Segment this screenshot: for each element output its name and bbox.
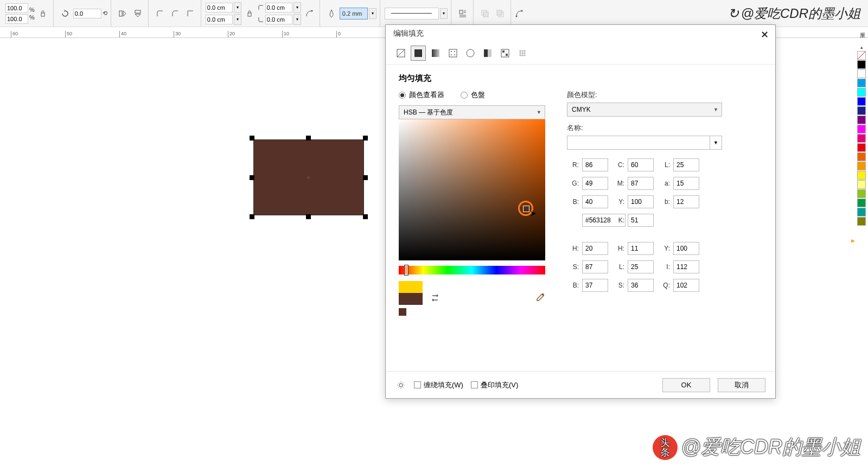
scale-y-input[interactable] xyxy=(5,14,28,24)
recent-color-swatch[interactable] xyxy=(399,308,406,316)
corner-y-input[interactable] xyxy=(206,15,233,24)
y-yiq-input[interactable] xyxy=(673,242,699,255)
tab-two-color[interactable] xyxy=(497,46,513,61)
pen-icon[interactable] xyxy=(324,7,339,21)
color-sv-picker[interactable]: ➤ xyxy=(399,119,545,260)
q-yiq-input[interactable] xyxy=(673,279,699,292)
stepper-icon[interactable]: ▾ xyxy=(234,2,241,13)
k-input[interactable] xyxy=(628,214,654,227)
g-input[interactable] xyxy=(582,177,608,190)
corner-round-icon[interactable] xyxy=(153,7,167,21)
overprint-fill-checkbox[interactable]: 叠印填充(V) xyxy=(471,380,518,390)
tab-uniform-fill[interactable] xyxy=(411,46,426,61)
palette-swatch[interactable] xyxy=(857,143,866,152)
resize-handle-e[interactable] xyxy=(363,175,368,180)
tab-texture[interactable] xyxy=(515,46,530,61)
resize-handle-sw[interactable] xyxy=(250,214,254,219)
palette-swatch[interactable] xyxy=(857,79,866,87)
selected-rectangle[interactable]: × xyxy=(250,136,368,219)
rotate-icon[interactable] xyxy=(58,7,72,21)
stepper-icon[interactable]: ▾ xyxy=(293,14,301,25)
old-color-swatch[interactable] xyxy=(399,281,423,293)
palette-swatch[interactable] xyxy=(857,125,866,133)
cancel-button[interactable]: 取消 xyxy=(718,378,765,392)
resize-handle-nw[interactable] xyxy=(250,136,254,141)
stepper-icon[interactable]: ▾ xyxy=(234,14,241,25)
palette-scroll-up-icon[interactable]: ▴ xyxy=(857,43,866,51)
palette-swatch[interactable] xyxy=(857,171,866,180)
line-style-dropdown[interactable]: ▾ xyxy=(440,8,448,19)
palette-swatch[interactable] xyxy=(857,152,866,161)
eyedropper-icon[interactable] xyxy=(534,292,545,305)
radio-color-viewer[interactable]: 颜色查看器 xyxy=(399,90,444,100)
palette-swatch[interactable] xyxy=(857,217,866,226)
mirror-h-icon[interactable] xyxy=(116,7,130,21)
b-lab-input[interactable] xyxy=(673,195,699,208)
mirror-v-icon[interactable] xyxy=(131,7,145,21)
to-front-icon[interactable] xyxy=(478,7,492,21)
tab-bitmap-pattern[interactable] xyxy=(480,46,495,61)
c-input[interactable] xyxy=(628,158,654,171)
palette-swatch[interactable] xyxy=(857,88,866,97)
color-model-select[interactable]: CMYK▼ xyxy=(567,103,722,117)
palette-swatch[interactable] xyxy=(857,199,866,207)
color-name-input[interactable]: ▼ xyxy=(567,136,722,150)
wrap-fill-checkbox[interactable]: 缠绕填充(W) xyxy=(414,380,463,390)
corner-chamfer-icon[interactable] xyxy=(183,7,197,21)
to-back-icon[interactable] xyxy=(493,7,507,21)
b-hsb-input[interactable] xyxy=(582,279,608,292)
hue-slider[interactable] xyxy=(399,266,545,275)
convert-curves-icon[interactable] xyxy=(512,7,526,21)
hue-thumb[interactable] xyxy=(404,265,409,276)
ok-button[interactable]: OK xyxy=(662,378,710,392)
tab-fountain-fill[interactable] xyxy=(428,46,443,61)
a-lab-input[interactable] xyxy=(673,177,699,190)
outline-width-dropdown[interactable]: ▾ xyxy=(369,8,376,19)
l-hls-input[interactable] xyxy=(628,260,654,273)
palette-swatch[interactable] xyxy=(857,208,866,216)
line-style-select[interactable] xyxy=(385,8,439,20)
tab-no-fill[interactable] xyxy=(393,46,409,61)
corner-scallop-icon[interactable] xyxy=(168,7,182,21)
resize-handle-s[interactable] xyxy=(306,214,311,219)
palette-swatch[interactable] xyxy=(857,162,866,170)
rotation-input[interactable] xyxy=(73,9,101,18)
palette-swatch[interactable] xyxy=(857,106,866,115)
palette-swatch[interactable] xyxy=(857,116,866,124)
i-yiq-input[interactable] xyxy=(673,260,699,273)
scale-x-input[interactable] xyxy=(5,3,28,13)
l-lab-input[interactable] xyxy=(673,158,699,171)
swap-colors-icon[interactable] xyxy=(430,292,441,305)
b-rgb-input[interactable] xyxy=(582,195,608,208)
palette-no-fill[interactable] xyxy=(857,51,866,60)
close-button[interactable]: ✕ xyxy=(758,28,771,41)
relative-corner-icon[interactable] xyxy=(302,7,316,21)
settings-icon[interactable] xyxy=(395,380,406,391)
outline-width-input[interactable] xyxy=(340,8,368,20)
stepper-icon[interactable]: ▾ xyxy=(293,2,301,13)
m-input[interactable] xyxy=(628,177,654,190)
corner-h-input[interactable] xyxy=(265,15,292,24)
h-hls-input[interactable] xyxy=(628,242,654,255)
new-color-swatch[interactable] xyxy=(399,293,423,305)
s-hsb-input[interactable] xyxy=(582,260,608,273)
palette-swatch[interactable] xyxy=(857,60,866,69)
r-input[interactable] xyxy=(582,158,608,171)
corner-w-input[interactable] xyxy=(265,3,292,12)
s-hls-input[interactable] xyxy=(628,279,654,292)
corner-lock-icon[interactable] xyxy=(242,7,257,21)
resize-handle-ne[interactable] xyxy=(363,136,368,141)
color-viewer-mode-select[interactable]: HSB — 基于色度▼ xyxy=(399,105,545,119)
palette-swatch[interactable] xyxy=(857,134,866,143)
tab-pattern-fill[interactable] xyxy=(445,46,461,61)
resize-handle-n[interactable] xyxy=(306,136,311,141)
y-input[interactable] xyxy=(628,195,654,208)
corner-x-input[interactable] xyxy=(206,3,233,12)
palette-swatch[interactable] xyxy=(857,97,866,106)
wrap-text-icon[interactable] xyxy=(456,7,470,21)
resize-handle-w[interactable] xyxy=(250,175,254,180)
lock-ratio-icon[interactable] xyxy=(36,7,50,21)
resize-handle-se[interactable] xyxy=(363,214,368,219)
palette-swatch[interactable] xyxy=(857,189,866,198)
tab-vector-pattern[interactable] xyxy=(463,46,478,61)
